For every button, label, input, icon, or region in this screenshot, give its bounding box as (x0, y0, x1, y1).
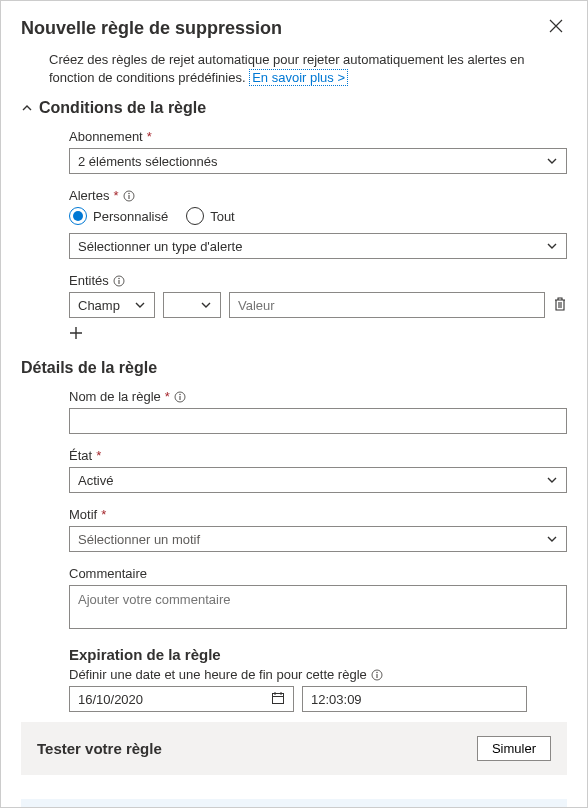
add-entity-button[interactable] (69, 324, 83, 345)
info-icon[interactable] (174, 391, 186, 403)
trash-icon (553, 296, 567, 312)
radio-custom-label: Personnalisé (93, 209, 168, 224)
expiration-time-input[interactable]: 12:03:09 (302, 686, 527, 712)
plus-icon (69, 326, 83, 340)
radio-icon-selected (69, 207, 87, 225)
conditions-section-header[interactable]: Conditions de la règle (21, 99, 567, 117)
info-icon[interactable] (113, 275, 125, 287)
chevron-down-icon (546, 155, 558, 167)
rule-name-field[interactable] (78, 409, 558, 433)
state-select[interactable]: Activé (69, 467, 567, 493)
svg-point-10 (376, 672, 378, 674)
required-marker: * (165, 389, 170, 404)
comment-label: Commentaire (69, 566, 147, 581)
entity-field-select[interactable]: Champ (69, 292, 155, 318)
chevron-down-icon (546, 240, 558, 252)
reason-select[interactable]: Sélectionner un motif (69, 526, 567, 552)
subscription-select[interactable]: 2 éléments sélectionnés (69, 148, 567, 174)
svg-point-4 (118, 278, 120, 280)
svg-rect-5 (118, 280, 119, 284)
svg-rect-2 (128, 195, 129, 199)
required-marker: * (101, 507, 106, 522)
entity-operator-select[interactable] (163, 292, 221, 318)
state-label: État (69, 448, 92, 463)
chevron-down-icon (546, 533, 558, 545)
svg-point-1 (128, 193, 130, 195)
required-marker: * (113, 188, 118, 203)
subscription-label: Abonnement (69, 129, 143, 144)
test-rule-bar: Tester votre règle Simuler (21, 722, 567, 775)
storage-notice: Azure Security Center peut stocker vos r… (21, 799, 567, 808)
subscription-value: 2 éléments sélectionnés (78, 154, 217, 169)
alert-type-select[interactable]: Sélectionner un type d'alerte (69, 233, 567, 259)
reason-label: Motif (69, 507, 97, 522)
simulate-button[interactable]: Simuler (477, 736, 551, 761)
svg-rect-12 (273, 693, 284, 703)
entity-value-input[interactable] (229, 292, 545, 318)
required-marker: * (96, 448, 101, 463)
expiration-date-input[interactable]: 16/10/2020 (69, 686, 294, 712)
entities-label: Entités (69, 273, 109, 288)
chevron-up-icon (21, 102, 33, 114)
expiration-subtitle: Définir une date et une heure de fin pou… (69, 667, 367, 682)
chevron-down-icon (546, 474, 558, 486)
rule-name-label: Nom de la règle (69, 389, 161, 404)
entity-field-value: Champ (78, 298, 120, 313)
alerts-label: Alertes (69, 188, 109, 203)
svg-point-7 (179, 394, 181, 396)
svg-rect-8 (179, 396, 180, 400)
radio-custom[interactable]: Personnalisé (69, 207, 168, 225)
expiration-date-value: 16/10/2020 (78, 692, 143, 707)
delete-entity-button[interactable] (553, 296, 567, 315)
expiration-time-value: 12:03:09 (311, 692, 362, 707)
close-button[interactable] (545, 15, 567, 41)
description-text: Créez des règles de rejet automatique po… (21, 51, 567, 87)
expiration-title: Expiration de la règle (69, 646, 567, 663)
chevron-down-icon (200, 299, 212, 311)
close-icon (549, 19, 563, 33)
state-value: Activé (78, 473, 113, 488)
rule-name-input[interactable] (69, 408, 567, 434)
radio-all-label: Tout (210, 209, 235, 224)
comment-textarea[interactable] (69, 585, 567, 629)
info-icon[interactable] (123, 190, 135, 202)
calendar-icon (271, 691, 285, 708)
required-marker: * (147, 129, 152, 144)
test-rule-title: Tester votre règle (37, 740, 162, 757)
learn-more-link[interactable]: En savoir plus > (249, 69, 348, 86)
entity-value-field[interactable] (238, 293, 536, 317)
page-title: Nouvelle règle de suppression (21, 18, 282, 39)
radio-icon (186, 207, 204, 225)
details-title: Détails de la règle (21, 359, 157, 377)
chevron-down-icon (134, 299, 146, 311)
alert-type-placeholder: Sélectionner un type d'alerte (78, 239, 242, 254)
info-icon[interactable] (371, 669, 383, 681)
svg-rect-11 (376, 674, 377, 678)
radio-all[interactable]: Tout (186, 207, 235, 225)
reason-placeholder: Sélectionner un motif (78, 532, 200, 547)
conditions-title: Conditions de la règle (39, 99, 206, 117)
